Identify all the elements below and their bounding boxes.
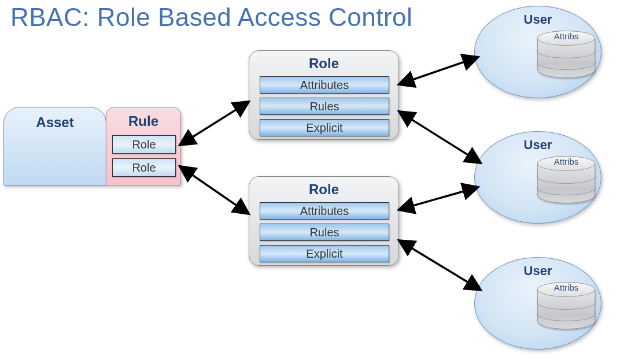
svg-line-10 [182,168,247,213]
user-label: User [475,12,601,27]
user-label: User [475,263,601,278]
rule-role-pill: Role [112,158,176,177]
role-item-rules: Rules [260,224,389,241]
svg-line-13 [401,188,476,209]
role-item-explicit: Explicit [260,119,389,136]
attribs-label: Attribs [537,31,595,41]
rule-box: Rule Role Role [106,107,181,185]
user-node: User Attribs [474,6,601,98]
attribs-label: Attribs [537,157,595,166]
rule-label: Rule [106,113,180,129]
role-item-rules: Rules [260,98,389,115]
diagram-title: RBAC: Role Based Access Control [10,3,412,32]
svg-line-14 [401,242,479,289]
role-item-attributes: Attributes [260,76,389,94]
role-card: Role Attributes Rules Explicit [249,176,399,266]
person-icon [484,28,525,88]
svg-point-3 [494,155,514,176]
attribs-cylinder: Attribs [537,282,595,329]
asset-box: Asset [3,107,106,185]
svg-point-0 [494,29,514,50]
svg-line-12 [401,113,479,162]
svg-point-4 [485,182,493,195]
role-item-explicit: Explicit [260,245,389,262]
svg-line-9 [182,103,247,144]
role-card: Role Attributes Rules Explicit [249,50,399,140]
svg-line-11 [401,58,476,84]
person-icon [484,280,525,340]
user-node: User Attribs [474,257,601,350]
attribs-cylinder: Attribs [537,156,595,203]
svg-point-8 [516,308,524,321]
svg-point-5 [516,182,524,195]
svg-point-7 [485,308,493,321]
svg-point-6 [494,281,514,302]
svg-point-2 [516,57,524,69]
attribs-cylinder: Attribs [537,31,595,78]
role-card-label: Role [249,55,398,72]
rule-role-pill: Role [112,135,176,154]
asset-label: Asset [4,114,106,131]
svg-point-1 [485,57,493,69]
role-item-attributes: Attributes [260,202,389,220]
person-icon [484,154,525,214]
user-node: User Attribs [474,131,601,224]
attribs-label: Attribs [537,283,595,292]
user-label: User [475,138,601,153]
role-card-label: Role [249,181,398,198]
